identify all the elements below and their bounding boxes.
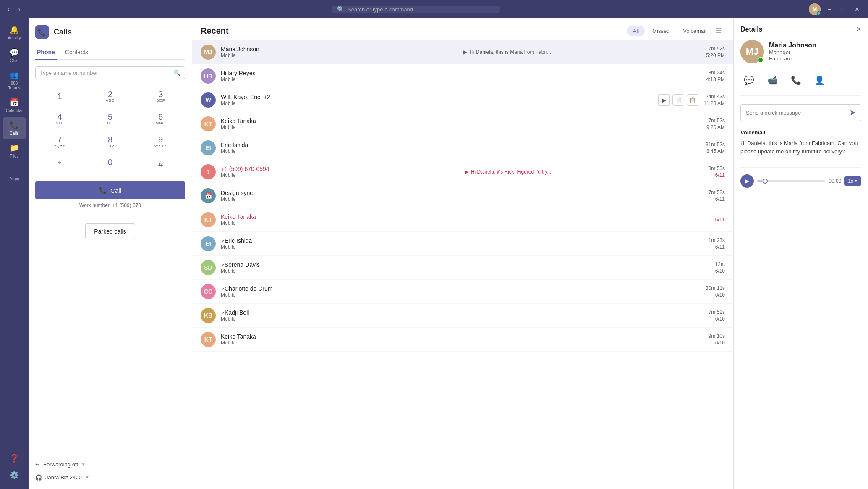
sidebar-item-chat[interactable]: 💬 Chat xyxy=(3,45,26,66)
speed-chevron: ▼ xyxy=(854,179,858,183)
sidebar-item-settings[interactable]: ⚙️ xyxy=(3,467,26,483)
call-button[interactable]: 📞 Call xyxy=(35,181,185,199)
calls-icon: 📞 xyxy=(10,121,19,130)
call-time: 4:13 PM xyxy=(706,76,725,82)
speed-button[interactable]: 1x ▼ xyxy=(844,176,861,186)
calls-panel: 📞 Calls PhoneContacts 🔍 1 2 ABC 3 DEF 4 … xyxy=(29,18,192,489)
sidebar-item-apps[interactable]: ⋯ Apps xyxy=(3,163,26,184)
user-avatar[interactable]: M xyxy=(809,3,821,15)
dial-key-3[interactable]: 3 DEF xyxy=(136,86,185,107)
filter-missed[interactable]: Missed xyxy=(646,26,675,36)
add-person-action-button[interactable]: 👤 xyxy=(811,72,828,89)
forwarding-item[interactable]: ↩ Forwarding off ▼ xyxy=(35,460,185,469)
call-duration: 7m 52s xyxy=(709,46,725,52)
call-item-notes-btn[interactable]: 📋 xyxy=(687,94,698,106)
search-input[interactable] xyxy=(348,6,495,13)
sidebar-item-calls[interactable]: 📞 Calls xyxy=(3,117,26,139)
tab-phone[interactable]: Phone xyxy=(35,45,57,60)
call-time: 8:45 AM xyxy=(706,148,725,154)
dial-key-5[interactable]: 5 JKL xyxy=(86,108,134,129)
sidebar-item-files[interactable]: 📁 Files xyxy=(3,140,26,162)
dial-key-2[interactable]: 2 ABC xyxy=(86,86,134,107)
call-info: Hillary Reyes Mobile xyxy=(221,70,701,82)
dial-key-#[interactable]: # xyxy=(136,154,185,175)
filter-more-button[interactable]: ☰ xyxy=(712,25,725,37)
dial-key-4[interactable]: 4 GHI xyxy=(35,108,84,129)
dial-sub-7: PQRS xyxy=(53,144,66,148)
sidebar-item-label-chat: Chat xyxy=(10,58,18,63)
dial-key-6[interactable]: 6 MNO xyxy=(136,108,185,129)
dialer-footer: ↩ Forwarding off ▼ 🎧 Jabra Biz 2400 ▼ xyxy=(35,460,185,482)
list-item[interactable]: KT Keiko Tanaka Mobile 7m 52s 9:20 AM xyxy=(192,112,733,136)
call-type: Mobile xyxy=(221,172,460,178)
contact-details: Maria Johnson Manager Fabricam xyxy=(769,42,816,62)
outgoing-arrow: ↗ xyxy=(221,287,225,292)
chat-action-button[interactable]: 💬 xyxy=(740,72,757,89)
sidebar-item-teams[interactable]: 👥 883 Teams xyxy=(3,67,26,94)
list-item[interactable]: ? +1 (509) 670-0594 Mobile ▶ Hi Daniela,… xyxy=(192,160,733,184)
filter-all[interactable]: All xyxy=(627,26,645,36)
audio-time: 00:00 xyxy=(829,178,841,184)
list-item[interactable]: SD ↗Serena Davis Mobile 12m 6/10 xyxy=(192,256,733,280)
call-item-transcript-btn[interactable]: 📄 xyxy=(672,94,684,106)
calendar-icon: 📅 xyxy=(10,98,19,107)
call-item-video-btn[interactable]: ▶ xyxy=(658,94,670,106)
dial-key-*[interactable]: * xyxy=(35,154,84,175)
recent-header: Recent AllMissedVoicemail ☰ xyxy=(192,18,733,40)
dial-key-0[interactable]: 0 + xyxy=(86,154,134,175)
list-item[interactable]: MJ Maria Johnson Mobile ▶ Hi Daniela, th… xyxy=(192,40,733,64)
call-action-button[interactable]: 📞 xyxy=(787,72,804,89)
sidebar-item-calendar[interactable]: 📅 Calendar xyxy=(3,95,26,116)
list-item[interactable]: KB ↗Kadji Bell Mobile 7m 52s 6/10 xyxy=(192,304,733,328)
contact-company: Fabricam xyxy=(769,55,816,62)
dialer-search-input[interactable] xyxy=(40,70,170,76)
list-item[interactable]: EI Eric Ishida Mobile 31m 52s 8:45 AM xyxy=(192,136,733,160)
call-avatar: EI xyxy=(201,236,216,251)
titlebar-search-bar[interactable]: 🔍 xyxy=(332,6,500,13)
list-item[interactable]: W Will, Kayo, Eric, +2 Mobile ▶ 📄 📋 24m … xyxy=(192,88,733,112)
parked-calls-button[interactable]: Parked calls xyxy=(85,223,135,239)
call-avatar: W xyxy=(201,92,216,108)
quick-message-input[interactable] xyxy=(746,110,846,116)
play-button[interactable]: ▶ xyxy=(740,174,754,188)
call-duration: 7m 52s xyxy=(709,118,725,124)
call-duration: 31m 52s xyxy=(706,142,725,147)
dial-key-1[interactable]: 1 xyxy=(35,86,84,107)
call-info: Keiko Tanaka Mobile xyxy=(221,213,710,226)
quick-message-send-button[interactable]: ➤ xyxy=(850,108,856,117)
dial-key-8[interactable]: 8 TUV xyxy=(86,131,134,152)
close-button[interactable]: ✕ xyxy=(851,4,863,14)
dial-sub-4: GHI xyxy=(56,121,64,125)
sidebar-item-help[interactable]: ❓ xyxy=(3,450,26,466)
audio-track[interactable] xyxy=(757,180,825,182)
maximize-button[interactable]: □ xyxy=(838,4,848,14)
device-item[interactable]: 🎧 Jabra Biz 2400 ▼ xyxy=(35,473,185,482)
sidebar-item-activity[interactable]: 🔔 Activity xyxy=(3,22,26,44)
device-chevron: ▼ xyxy=(85,475,89,480)
details-close-button[interactable]: ✕ xyxy=(856,25,861,33)
dial-sub-3: DEF xyxy=(156,98,165,103)
list-item[interactable]: EI ↗Eric Ishida Mobile 1m 23s 6/11 xyxy=(192,232,733,256)
call-meta: 8m 24s 4:13 PM xyxy=(706,70,725,82)
call-type: Mobile xyxy=(221,124,701,130)
list-item[interactable]: HR Hillary Reyes Mobile 8m 24s 4:13 PM xyxy=(192,64,733,88)
tab-contacts[interactable]: Contacts xyxy=(63,45,90,60)
dial-key-9[interactable]: 9 WXYZ xyxy=(136,131,185,152)
call-time: 6/11 xyxy=(715,244,725,250)
nav-forward-button[interactable]: › xyxy=(16,4,23,15)
list-item[interactable]: KT Keiko Tanaka Mobile 6/11 xyxy=(192,208,733,232)
list-item[interactable]: 📅 Design sync Mobile 7m 52s 6/11 xyxy=(192,184,733,208)
quick-message-area[interactable]: ➤ xyxy=(740,104,861,121)
list-item[interactable]: KT Keiko Tanaka Mobile 9m 10s 6/10 xyxy=(192,328,733,352)
filter-voicemail[interactable]: Voicemail xyxy=(677,26,712,36)
dialer-search-bar[interactable]: 🔍 xyxy=(35,66,185,79)
list-item[interactable]: CC ↗Charlotte de Crum Mobile 30m 11s 6/1… xyxy=(192,280,733,304)
minimize-button[interactable]: − xyxy=(824,4,834,14)
video-action-button[interactable]: 📹 xyxy=(764,72,781,89)
dial-key-7[interactable]: 7 PQRS xyxy=(35,131,84,152)
call-item-actions: ▶ 📄 📋 xyxy=(658,94,698,106)
call-type: Mobile xyxy=(221,340,703,346)
sidebar-bottom: ❓ ⚙️ xyxy=(3,450,26,489)
nav-back-button[interactable]: ‹ xyxy=(5,4,12,15)
call-meta: 7m 52s 6/10 xyxy=(709,309,725,322)
